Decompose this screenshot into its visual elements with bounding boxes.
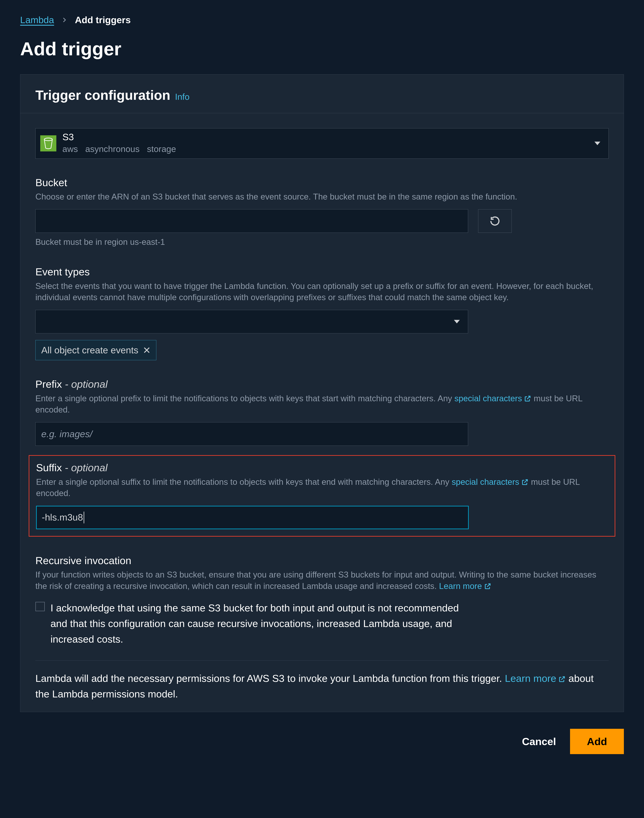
source-tag: aws	[62, 143, 78, 155]
prefix-input[interactable]	[35, 422, 468, 446]
chip-label: All object create events	[41, 344, 138, 357]
trigger-config-panel: Trigger configuration Info S3 aws asynch…	[20, 74, 624, 712]
bucket-label: Bucket	[35, 175, 609, 190]
chip-remove-button[interactable]	[143, 346, 150, 354]
info-link[interactable]: Info	[175, 91, 190, 103]
footer-actions: Cancel Add	[20, 729, 624, 754]
special-chars-link[interactable]: special characters	[454, 394, 531, 403]
svg-marker-4	[454, 320, 460, 323]
bucket-search-input[interactable]	[35, 209, 468, 233]
external-link-icon	[524, 395, 531, 402]
suffix-input[interactable]: -hls.m3u8	[36, 506, 469, 529]
breadcrumb-root-link[interactable]: Lambda	[20, 14, 54, 26]
source-tag: asynchronous	[85, 143, 140, 155]
special-chars-link[interactable]: special characters	[452, 477, 529, 487]
breadcrumb: Lambda Add triggers	[20, 14, 624, 26]
acknowledge-checkbox[interactable]	[35, 602, 45, 611]
section-title: Trigger configuration	[35, 86, 170, 105]
suffix-desc: Enter a single optional suffix to limit …	[36, 476, 608, 499]
external-link-icon	[521, 478, 529, 486]
prefix-label: Prefix - optional	[35, 377, 609, 392]
cancel-button[interactable]: Cancel	[518, 731, 559, 752]
event-type-chip: All object create events	[35, 340, 156, 360]
prefix-field: Prefix - optional Enter a single optiona…	[35, 377, 609, 446]
add-button[interactable]: Add	[570, 729, 624, 754]
recursive-desc: If your function writes objects to an S3…	[35, 569, 609, 592]
page-title: Add trigger	[20, 36, 624, 62]
event-types-desc: Select the events that you want to have …	[35, 280, 609, 303]
recursive-field: Recursive invocation If your function wr…	[35, 553, 609, 647]
svg-marker-1	[595, 142, 600, 145]
caret-down-icon	[453, 319, 460, 324]
source-name: S3	[62, 132, 176, 142]
external-link-icon	[484, 582, 491, 590]
refresh-button[interactable]	[478, 209, 512, 233]
suffix-label: Suffix - optional	[36, 461, 608, 475]
bucket-field: Bucket Choose or enter the ARN of an S3 …	[35, 175, 609, 248]
suffix-highlight: Suffix - optional Enter a single optiona…	[29, 455, 615, 537]
svg-point-0	[44, 138, 52, 141]
s3-bucket-icon	[40, 135, 56, 152]
chevron-right-icon	[61, 17, 67, 23]
learn-more-link[interactable]: Learn more	[439, 581, 491, 591]
learn-more-link[interactable]: Learn more	[505, 673, 566, 684]
acknowledge-label: I acknowledge that using the same S3 buc…	[51, 600, 473, 647]
bucket-desc: Choose or enter the ARN of an S3 bucket …	[35, 191, 609, 202]
suffix-field: Suffix - optional Enter a single optiona…	[36, 461, 608, 529]
event-types-field: Event types Select the events that you w…	[35, 265, 609, 360]
prefix-desc: Enter a single optional prefix to limit …	[35, 393, 609, 415]
trigger-source-select[interactable]: S3 aws asynchronous storage	[35, 128, 609, 158]
permissions-note: Lambda will add the necessary permission…	[35, 671, 609, 702]
recursive-label: Recursive invocation	[35, 553, 609, 568]
bucket-hint: Bucket must be in region us-east-1	[35, 236, 609, 248]
source-tag: storage	[147, 143, 176, 155]
external-link-icon	[558, 676, 566, 683]
caret-down-icon	[594, 141, 601, 146]
breadcrumb-current: Add triggers	[75, 14, 130, 26]
event-types-label: Event types	[35, 265, 609, 279]
event-types-select[interactable]	[35, 310, 468, 333]
